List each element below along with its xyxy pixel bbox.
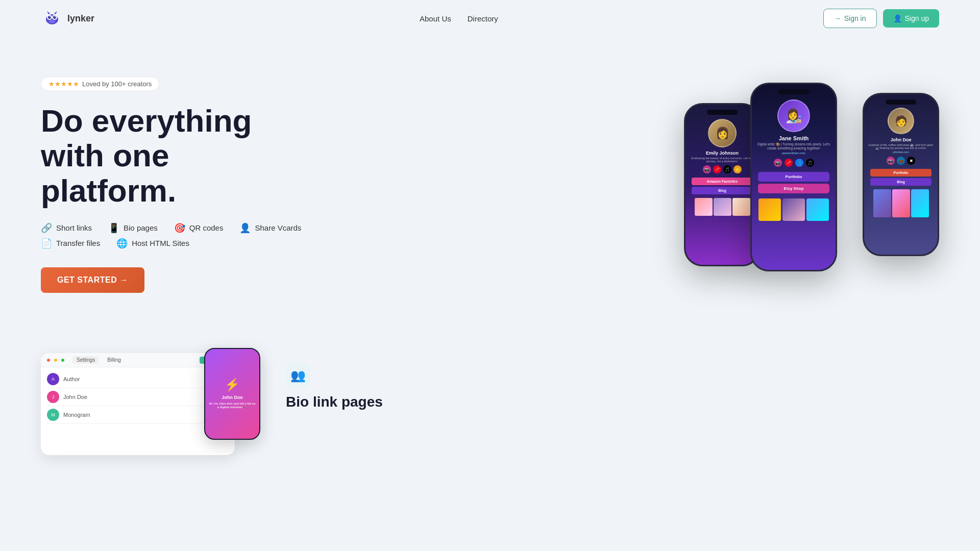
phone-right-notch	[886, 99, 916, 105]
john-bio: Explorer of life, coffee enthusiast ☕, a…	[864, 143, 938, 149]
jane-instagram: 📷	[774, 159, 782, 167]
feature-short-links: 🔗 Short links	[41, 222, 92, 234]
signin-icon: →	[834, 14, 841, 22]
row-2-avatar: J	[47, 391, 59, 403]
john-website: johndoe.com	[893, 151, 909, 154]
mockup-dot-2	[54, 359, 57, 362]
logo-icon	[41, 7, 63, 30]
bottom-section: Settings Billing Add Block A Author ⋯ J …	[0, 353, 980, 455]
jane-pinterest: 📌	[785, 159, 793, 167]
share-vcards-icon: 👤	[239, 222, 251, 234]
hero-badge: ★★★★★ Loved by 100+ creators	[41, 77, 159, 91]
phone-center-notch	[778, 89, 809, 94]
short-links-icon: 🔗	[41, 222, 52, 234]
preview-tagline: Hi, I'm John this and tell a bit as a di…	[205, 400, 259, 411]
qr-codes-label: QR codes	[189, 223, 224, 232]
bottom-mockup-wrapper: Settings Billing Add Block A Author ⋯ J …	[41, 353, 255, 455]
john-photos	[873, 189, 929, 217]
emily-instagram: 📷	[703, 165, 711, 173]
hero-title-line1: Do everything	[41, 103, 252, 138]
preview-name: John Doe	[222, 395, 242, 400]
logo[interactable]: lynker	[41, 7, 94, 30]
signin-button[interactable]: → Sign in	[823, 9, 877, 28]
emily-photo-1	[695, 198, 713, 216]
mockup-tab-billing[interactable]: Billing	[103, 356, 125, 364]
nav-links: About Us Directory	[420, 14, 498, 23]
svg-point-8	[49, 20, 55, 23]
nav-link-directory[interactable]: Directory	[468, 14, 498, 23]
signup-button[interactable]: 👤 Sign up	[883, 9, 939, 28]
emily-photos	[695, 198, 750, 216]
preview-logo-icon: ⚡	[225, 378, 240, 392]
feature-share-vcards: 👤 Share Vcards	[239, 222, 301, 234]
hero-left: ★★★★★ Loved by 100+ creators Do everythi…	[41, 77, 327, 293]
row-3-avatar: M	[47, 409, 59, 421]
badge-stars: ★★★★★	[48, 80, 79, 88]
features-grid: 🔗 Short links 📱 Bio pages 🎯 QR codes 👤 S…	[41, 222, 327, 249]
svg-point-5	[53, 16, 56, 19]
get-started-label: GET STARTED →	[57, 276, 128, 285]
nav-link-about[interactable]: About Us	[420, 14, 451, 23]
phone-center-screen: 👩‍🎨 Jane Smith Digital artist 🎨 | Turnin…	[752, 84, 836, 270]
phone-left-notch	[707, 110, 738, 115]
emily-link-amazon: Amazon Favorites	[692, 178, 753, 185]
phone-left-screen: 👩 Emily Johnson Embracing the beauty of …	[685, 105, 759, 265]
emily-photo-3	[732, 198, 750, 216]
emily-bio: Embracing the beauty of every moments. L…	[685, 157, 759, 163]
transfer-files-label: Transfer files	[56, 239, 100, 247]
svg-point-6	[50, 16, 51, 17]
bio-pages-section-title: Bio link pages	[286, 394, 383, 410]
mockup-row-2: J John Doe ⋯	[47, 388, 229, 406]
navbar: lynker About Us Directory → Sign in 👤 Si…	[0, 0, 980, 37]
john-photo-3	[911, 189, 929, 217]
emily-photo-2	[714, 198, 731, 216]
phone-emily: 👩 Emily Johnson Embracing the beauty of …	[684, 103, 761, 266]
mockup-dot-3	[61, 359, 64, 362]
jane-photos	[758, 198, 829, 221]
signup-icon: 👤	[893, 14, 902, 22]
hero-title: Do everything with one platform.	[41, 104, 327, 208]
bio-pages-label: Bio pages	[124, 223, 158, 232]
hero-section: ★★★★★ Loved by 100+ creators Do everythi…	[0, 37, 980, 343]
hero-right: 👩 Emily Johnson Embracing the beauty of …	[582, 62, 939, 307]
signup-label: Sign up	[905, 14, 929, 22]
john-twitter: ✖	[907, 157, 915, 165]
john-photo-2	[892, 189, 910, 217]
mockup-tab-settings[interactable]: Settings	[72, 356, 99, 364]
svg-point-7	[55, 16, 56, 17]
get-started-button[interactable]: GET STARTED →	[41, 267, 144, 293]
jane-link-portfolio: Portfolio	[758, 172, 829, 182]
row-3-name: Monogram	[63, 412, 90, 418]
svg-point-4	[48, 16, 51, 19]
share-vcards-label: Share Vcards	[255, 223, 301, 232]
john-link-portfolio: Portfolio	[870, 169, 932, 177]
jane-facebook: 📘	[795, 159, 803, 167]
phone-jane: 👩‍🎨 Jane Smith Digital artist 🎨 | Turnin…	[750, 83, 837, 271]
hero-title-line2: with one	[41, 138, 169, 173]
jane-tiktok: 🎵	[806, 159, 814, 167]
row-1-avatar: A	[47, 373, 59, 385]
feature-transfer-files: 📄 Transfer files	[41, 238, 100, 249]
john-link-blog: Blog	[870, 178, 932, 186]
bio-icon-emoji: 👥	[290, 368, 306, 383]
mockup-row-1: A Author ⋯	[47, 370, 229, 388]
row-2-name: John Doe	[63, 394, 87, 400]
signin-label: Sign in	[844, 14, 866, 22]
john-photo-1	[873, 189, 891, 217]
mockup-row-3: M Monogram ⋯	[47, 406, 229, 424]
host-html-icon: 🌐	[116, 238, 128, 249]
host-html-label: Host HTML Sites	[132, 239, 189, 247]
jane-bio: Digital artist 🎨 | Turning dreams into p…	[752, 142, 836, 150]
jane-avatar: 👩‍🎨	[777, 99, 810, 132]
emily-pinterest: 📌	[713, 165, 721, 173]
jane-photo-2	[782, 198, 805, 221]
bio-pages-icon: 📱	[108, 222, 119, 234]
emily-link-blog: Blog	[692, 187, 753, 194]
bottom-text: 👥 Bio link pages	[286, 353, 383, 410]
phone-john: 🧑 John Doe Explorer of life, coffee enth…	[863, 93, 939, 256]
qr-codes-icon: 🎯	[174, 222, 185, 234]
john-social: 📷 💼 ✖	[887, 157, 915, 165]
emily-social: 📷 📌 🎵 ⭐	[703, 165, 742, 173]
jane-photo-3	[806, 198, 829, 221]
emily-name: Emily Johnson	[706, 151, 739, 156]
